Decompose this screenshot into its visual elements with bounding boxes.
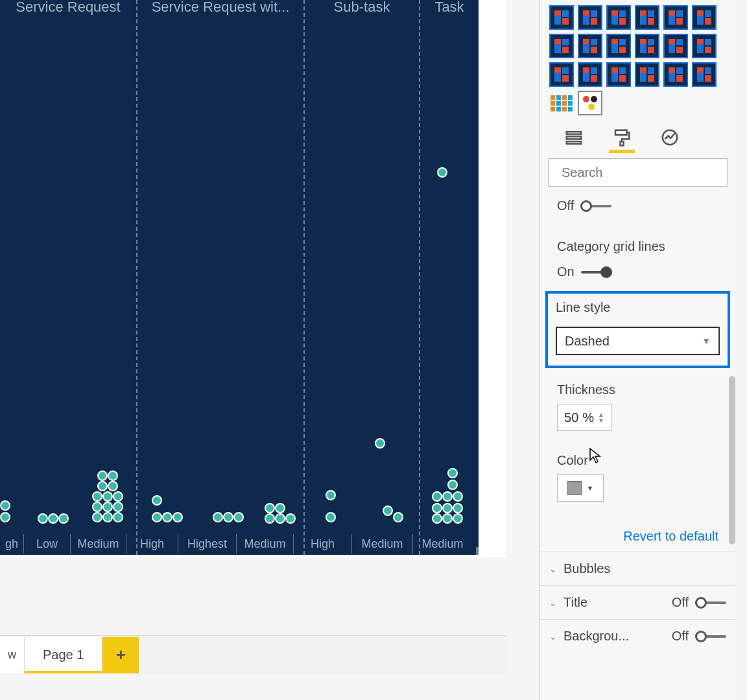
- line-style-highlight: Line style Dashed ▼: [545, 291, 730, 368]
- custom-visual-tile[interactable]: [578, 34, 602, 58]
- color-picker[interactable]: ▼: [557, 474, 604, 502]
- data-point[interactable]: [442, 513, 453, 524]
- custom-visual-tile[interactable]: [663, 34, 688, 58]
- custom-visual-tile[interactable]: [549, 5, 574, 30]
- custom-visual-tile[interactable]: [635, 5, 659, 30]
- revert-to-default-link[interactable]: Revert to default: [623, 529, 718, 543]
- bubbles-section[interactable]: ⌄ Bubbles: [540, 552, 735, 585]
- title-section[interactable]: ⌄ Title Off: [540, 585, 735, 619]
- custom-visual-tile[interactable]: [692, 5, 717, 30]
- thickness-input[interactable]: 50 % ▲▼: [557, 404, 611, 431]
- data-point[interactable]: [326, 490, 336, 500]
- dot-plot-visual-icon[interactable]: [578, 91, 602, 115]
- custom-visual-tile[interactable]: [549, 34, 574, 58]
- data-point[interactable]: [383, 506, 393, 516]
- data-point[interactable]: [447, 468, 458, 478]
- data-point[interactable]: [108, 481, 118, 491]
- data-point[interactable]: [275, 513, 285, 524]
- col-header-sub-task: Sub-task: [334, 0, 390, 16]
- data-point[interactable]: [453, 503, 463, 513]
- data-point[interactable]: [102, 491, 113, 502]
- generic-toggle[interactable]: [580, 200, 611, 212]
- custom-visual-tile[interactable]: [635, 34, 659, 58]
- data-point[interactable]: [97, 481, 108, 491]
- data-point[interactable]: [453, 513, 463, 524]
- data-point[interactable]: [152, 495, 162, 506]
- custom-visual-tile[interactable]: [663, 62, 688, 87]
- data-point[interactable]: [393, 512, 403, 522]
- data-point[interactable]: [48, 513, 58, 524]
- data-point[interactable]: [265, 503, 275, 513]
- thickness-spinner[interactable]: ▲▼: [598, 412, 604, 423]
- x-label: Medium: [412, 534, 472, 554]
- data-point[interactable]: [223, 512, 233, 522]
- data-point[interactable]: [102, 512, 113, 522]
- data-point[interactable]: [233, 512, 244, 522]
- data-point[interactable]: [453, 491, 463, 502]
- matrix-visual-icon[interactable]: [549, 91, 574, 115]
- custom-visual-tile[interactable]: [692, 62, 717, 87]
- data-point[interactable]: [108, 471, 118, 481]
- format-search[interactable]: [548, 158, 728, 187]
- data-point[interactable]: [437, 167, 447, 178]
- data-point[interactable]: [447, 480, 458, 490]
- page-tab-page1[interactable]: Page 1: [25, 637, 102, 673]
- data-point[interactable]: [92, 512, 102, 522]
- custom-visual-tile[interactable]: [692, 34, 717, 58]
- data-point[interactable]: [375, 438, 385, 449]
- data-point[interactable]: [102, 502, 113, 512]
- fields-icon: [564, 128, 584, 147]
- x-label: Medium: [351, 534, 412, 554]
- title-toggle[interactable]: [695, 597, 726, 609]
- data-point[interactable]: [92, 491, 102, 502]
- data-point[interactable]: [97, 471, 108, 481]
- data-point[interactable]: [58, 513, 69, 524]
- data-point[interactable]: [0, 500, 10, 511]
- x-label: Highest: [178, 534, 236, 554]
- dot-plot-visual[interactable]: Service Request Service Request wit... S…: [0, 0, 479, 555]
- custom-visual-tile[interactable]: [663, 5, 688, 30]
- data-point[interactable]: [432, 503, 442, 513]
- visualization-gallery: [540, 0, 735, 119]
- data-point[interactable]: [275, 503, 285, 513]
- data-point[interactable]: [442, 503, 453, 513]
- format-tab[interactable]: [608, 124, 636, 150]
- data-point[interactable]: [172, 512, 183, 522]
- category-grid-lines-toggle[interactable]: [581, 266, 612, 278]
- svg-rect-4: [621, 141, 624, 145]
- custom-visual-tile[interactable]: [606, 62, 631, 87]
- data-point[interactable]: [113, 502, 123, 512]
- analytics-tab[interactable]: [656, 124, 684, 150]
- pane-scrollbar[interactable]: [729, 376, 735, 544]
- page-tab-partial[interactable]: w: [0, 637, 25, 673]
- custom-visual-tile[interactable]: [606, 5, 631, 30]
- custom-visual-tile[interactable]: [606, 34, 631, 58]
- data-point[interactable]: [432, 491, 442, 502]
- data-point[interactable]: [442, 491, 453, 502]
- background-toggle[interactable]: [695, 631, 726, 642]
- data-point[interactable]: [162, 512, 172, 522]
- data-point[interactable]: [326, 512, 336, 522]
- data-point[interactable]: [213, 512, 223, 522]
- data-point[interactable]: [152, 512, 162, 522]
- line-style-dropdown[interactable]: Dashed ▼: [556, 327, 720, 355]
- search-input[interactable]: [562, 165, 726, 180]
- background-section[interactable]: ⌄ Backgrou... Off: [540, 619, 735, 653]
- data-point[interactable]: [0, 512, 10, 522]
- data-point[interactable]: [113, 512, 123, 522]
- background-label: Backgrou...: [563, 629, 629, 644]
- data-point[interactable]: [92, 502, 102, 512]
- chevron-down-icon: ⌄: [549, 564, 557, 574]
- custom-visual-tile[interactable]: [578, 5, 602, 30]
- data-point[interactable]: [432, 513, 442, 524]
- data-point[interactable]: [113, 491, 123, 502]
- custom-visual-tile[interactable]: [549, 62, 574, 87]
- data-point[interactable]: [38, 513, 48, 524]
- custom-visual-tile[interactable]: [578, 62, 602, 87]
- fields-tab[interactable]: [560, 124, 588, 150]
- visual-resize-handle[interactable]: [476, 547, 479, 555]
- data-point[interactable]: [285, 513, 296, 524]
- data-point[interactable]: [265, 513, 275, 524]
- custom-visual-tile[interactable]: [635, 62, 659, 87]
- add-page-button[interactable]: +: [102, 637, 139, 673]
